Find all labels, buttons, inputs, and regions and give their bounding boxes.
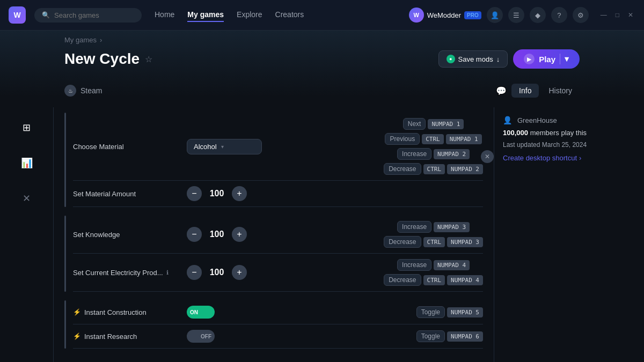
breadcrumb-parent[interactable]: My games: [64, 36, 97, 44]
construction-shortcuts: Toggle NUMPAD 5: [416, 306, 483, 318]
knowledge-inc-row: Increase NUMPAD 3: [397, 221, 470, 233]
instant-research-toggle[interactable]: OFF: [187, 330, 215, 343]
electricity-dec-row: Decrease CTRL NUMPAD 4: [384, 274, 483, 286]
knowledge-control: − 100 +: [187, 227, 247, 242]
header-actions: ● Save mods ↓ ▶ Play ▾: [438, 49, 580, 69]
choose-material-control: Alcohol ▾: [187, 139, 262, 154]
sidebar-icon-extra[interactable]: ✕: [17, 189, 36, 208]
knowledge-dec-row: Decrease CTRL NUMPAD 3: [384, 236, 483, 248]
inventory-icon-btn[interactable]: ☰: [508, 7, 524, 23]
material-dropdown[interactable]: Alcohol ▾: [187, 139, 262, 154]
knowledge-label: Set Knowledge: [73, 231, 180, 239]
discord-icon-btn[interactable]: ◆: [530, 7, 546, 23]
instant-construction-label: ⚡ Instant Construction: [73, 308, 180, 316]
search-icon: 🔍: [42, 11, 50, 19]
research-toggle-label: Toggle: [416, 330, 445, 342]
instant-research-toggle-label: OFF: [201, 334, 211, 339]
shortcut-prev-key: NUMPAD 1: [446, 134, 482, 144]
material-amount-label: Set Material Amount: [73, 190, 180, 198]
tab-history[interactable]: History: [541, 84, 580, 98]
mod-row-instant-construction: ⚡ Instant Construction ON Toggle NUMPAD …: [73, 300, 483, 324]
creator-name: GreenHouse: [517, 116, 557, 124]
research-toggle-key: NUMPAD 6: [447, 331, 483, 342]
material-decrease-button[interactable]: −: [187, 186, 202, 201]
nav-right: W WeModder PRO 👤 ☰ ◆ ? ⚙ — □ ✕: [409, 7, 635, 23]
material-amount-value: 100: [206, 189, 228, 198]
electricity-control: − 100 +: [187, 265, 247, 280]
construction-toggle-label: Toggle: [416, 306, 445, 318]
nav-links: Home My games Explore Creators: [155, 8, 304, 22]
shortcut-prev-ctrl: CTRL: [422, 134, 444, 144]
electricity-shortcuts: Increase NUMPAD 4 Decrease CTRL NUMPAD 4: [384, 259, 483, 286]
instant-construction-toggle[interactable]: ON: [187, 306, 215, 319]
search-input[interactable]: [54, 11, 134, 19]
minimize-button[interactable]: —: [598, 10, 609, 20]
play-triangle-icon: ▶: [524, 54, 535, 64]
material-shortcuts: Next NUMPAD 1 Previous CTRL NUMPAD 1 Inc…: [384, 118, 483, 175]
mods-panel: Choose Material Alcohol ▾ Next NUMPAD 1: [54, 107, 494, 362]
shortcut-inc-key: NUMPAD 2: [434, 149, 470, 159]
help-icon-btn[interactable]: ?: [551, 7, 567, 23]
knowledge-dec-label: Decrease: [384, 236, 421, 248]
nav-explore[interactable]: Explore: [237, 8, 262, 22]
lightning-icon-research: ⚡: [73, 333, 81, 340]
nav-creators[interactable]: Creators: [275, 8, 304, 22]
dropdown-value: Alcohol: [194, 143, 217, 151]
material-amount-control: − 100 +: [187, 186, 247, 201]
instant-research-label: ⚡ Instant Research: [73, 333, 180, 341]
electricity-dec-key: NUMPAD 4: [447, 275, 483, 285]
electricity-decrease-button[interactable]: −: [187, 265, 202, 280]
construction-toggle-key: NUMPAD 5: [447, 307, 483, 317]
user-badge: W WeModder PRO: [409, 8, 481, 23]
mod-row-knowledge: Set Knowledge − 100 + Increase NUMPAD 3 …: [73, 216, 483, 254]
knowledge-dec-key: NUMPAD 3: [447, 237, 483, 247]
play-button[interactable]: ▶ Play ▾: [513, 49, 580, 69]
sidebar: ⊞ 📊 ✕: [0, 107, 54, 362]
lightning-icon-construction: ⚡: [73, 308, 81, 316]
sidebar-icon-stats[interactable]: 📊: [17, 153, 36, 173]
knowledge-increase-button[interactable]: +: [232, 227, 247, 242]
tab-info[interactable]: Info: [511, 84, 539, 98]
nav-mygames[interactable]: My games: [187, 8, 224, 22]
mod-row-material-amount: Set Material Amount − 100 +: [73, 181, 483, 207]
save-mods-button[interactable]: ● Save mods ↓: [438, 50, 508, 68]
search-box[interactable]: 🔍: [34, 8, 142, 23]
knowledge-shortcuts: Increase NUMPAD 3 Decrease CTRL NUMPAD 3: [384, 221, 483, 248]
knowledge-value: 100: [206, 230, 228, 239]
research-shortcuts: Toggle NUMPAD 6: [416, 330, 483, 342]
desktop-shortcut-link[interactable]: Create desktop shortcut ›: [503, 154, 635, 162]
game-header: New Cycle ☆ ● Save mods ↓ ▶ Play ▾: [0, 49, 644, 77]
sidebar-icon-mods[interactable]: ⊞: [17, 118, 36, 137]
electricity-value: 100: [206, 268, 228, 277]
profile-icon-btn[interactable]: 👤: [487, 7, 503, 23]
shortcut-next-label: Next: [403, 118, 426, 130]
shortcut-dec-ctrl: CTRL: [423, 164, 445, 174]
mod-row-choose-material: Choose Material Alcohol ▾ Next NUMPAD 1: [73, 113, 483, 181]
info-members: 100,000 members play this: [503, 129, 635, 137]
members-count: 100,000: [503, 129, 528, 137]
close-panel-button[interactable]: ✕: [481, 150, 494, 163]
electricity-increase-button[interactable]: +: [232, 265, 247, 280]
breadcrumb-separator: ›: [100, 36, 102, 44]
chat-icon[interactable]: 💬: [493, 83, 509, 99]
construction-toggle-row: Toggle NUMPAD 5: [416, 306, 483, 318]
close-window-button[interactable]: ✕: [626, 10, 635, 20]
platform-icon: ♨: [64, 85, 76, 97]
info-updated-date: March 25, 2024: [542, 141, 587, 149]
shortcut-next-row: Next NUMPAD 1: [403, 118, 464, 130]
material-increase-button[interactable]: +: [232, 186, 247, 201]
creator-row: 👤 GreenHouse: [503, 116, 635, 124]
favorite-star-icon[interactable]: ☆: [145, 54, 152, 64]
settings-icon-btn[interactable]: ⚙: [573, 7, 589, 23]
nav-home[interactable]: Home: [155, 8, 174, 22]
instant-construction-toggle-wrapper: ON: [187, 306, 215, 319]
electricity-label: Set Current Electricity Prod... ℹ: [73, 269, 180, 277]
electricity-info-icon[interactable]: ℹ: [166, 269, 169, 276]
mod-section-instant: ⚡ Instant Construction ON Toggle NUMPAD …: [64, 300, 483, 349]
research-toggle-row: Toggle NUMPAD 6: [416, 330, 483, 342]
content-area: Choose Material Alcohol ▾ Next NUMPAD 1: [54, 107, 644, 362]
maximize-button[interactable]: □: [613, 10, 621, 20]
app-logo[interactable]: W: [9, 6, 26, 24]
knowledge-decrease-button[interactable]: −: [187, 227, 202, 242]
shortcut-inc-row: Increase NUMPAD 2: [397, 148, 470, 160]
